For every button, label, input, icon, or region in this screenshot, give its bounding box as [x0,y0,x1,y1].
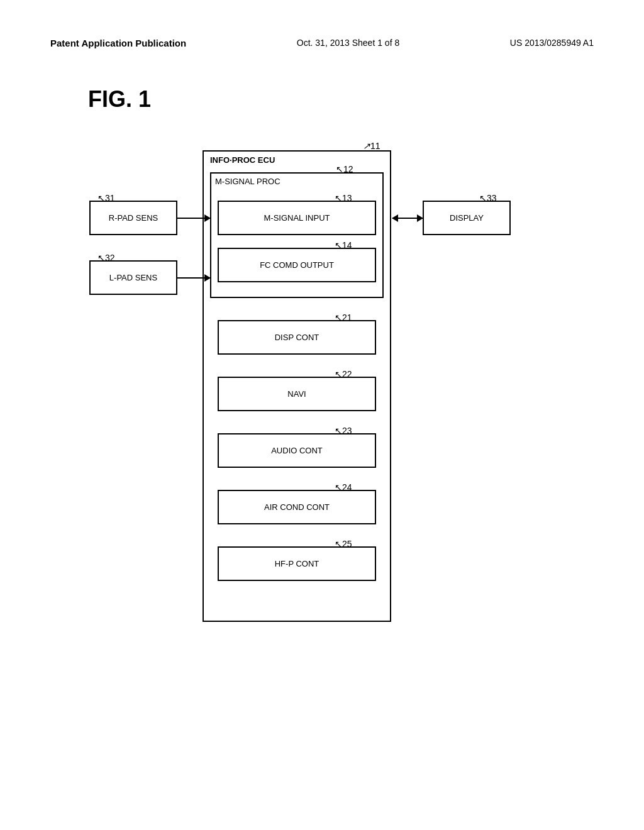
l-pad-sens-label: L-PAD SENS [109,273,157,282]
air-cond-cont-box: AIR COND CONT [218,490,376,524]
header-publication-label: Patent Application Publication [50,38,186,48]
r-pad-sens-box: R-PAD SENS [89,201,177,235]
r-pad-sens-label: R-PAD SENS [109,213,158,223]
figure-title: FIG. 1 [88,86,594,113]
audio-cont-box: AUDIO CONT [218,433,376,468]
ref-11: ↗11 [363,141,380,151]
hf-p-cont-label: HF-P CONT [275,559,319,568]
disp-cont-box: DISP CONT [218,320,376,355]
m-signal-input-label: M-SIGNAL INPUT [264,213,330,223]
ref-13: ↖13 [335,193,352,203]
ref-24: ↖24 [335,482,352,492]
ref-14: ↖14 [335,240,352,250]
diagram-area: INFO·PROC ECU ↗11 M-SIGNAL PROC ↖12 M-SI… [52,138,592,704]
ref-23: ↖23 [335,426,352,436]
disp-cont-label: DISP CONT [275,333,319,342]
header-patent-number: US 2013/0285949 A1 [510,38,594,48]
arrow-r-pad-to-ecu [177,218,210,219]
m-signal-proc-label: M-SIGNAL PROC [215,177,280,186]
fc-comd-output-box: FC COMD OUTPUT [218,248,376,282]
ref-21: ↖21 [335,313,352,323]
ref-31: ↖31 [97,193,115,203]
arrow-ecu-to-display [392,218,423,219]
ref-32: ↖32 [97,253,115,263]
ref-25: ↖25 [335,539,352,549]
fc-comd-output-label: FC COMD OUTPUT [260,260,334,270]
info-proc-ecu-label: INFO·PROC ECU [210,155,275,165]
display-box: DISPLAY [423,201,511,235]
ref-12: ↖12 [336,164,353,174]
audio-cont-label: AUDIO CONT [271,446,323,455]
ref-22: ↖22 [335,369,352,379]
l-pad-sens-box: L-PAD SENS [89,260,177,295]
m-signal-input-box: M-SIGNAL INPUT [218,201,376,235]
hf-p-cont-box: HF-P CONT [218,546,376,581]
display-label: DISPLAY [450,213,484,223]
ref-33: ↖33 [479,193,497,203]
page-header: Patent Application Publication Oct. 31, … [50,38,594,48]
navi-label: NAVI [287,389,306,399]
header-date-sheet: Oct. 31, 2013 Sheet 1 of 8 [297,38,399,48]
navi-box: NAVI [218,377,376,411]
page: Patent Application Publication Oct. 31, … [0,0,644,830]
arrow-l-pad-to-ecu [177,277,210,279]
air-cond-cont-label: AIR COND CONT [264,502,330,512]
